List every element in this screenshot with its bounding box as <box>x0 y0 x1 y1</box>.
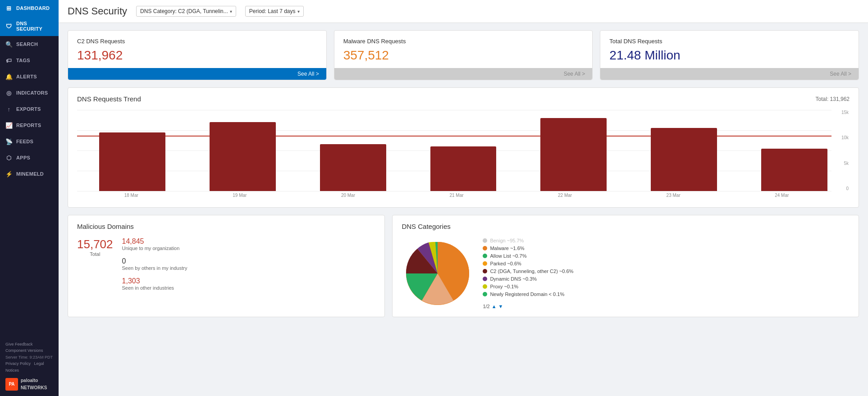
malware-see-all-button[interactable]: See All > <box>334 68 593 80</box>
x-label-4: 22 Mar <box>511 193 619 198</box>
dns-legend: Benign ~95.7% Malware ~1.6% Allow List ~… <box>483 237 573 310</box>
parked-dot <box>483 261 487 266</box>
sidebar-item-tags[interactable]: 🏷 Tags <box>0 52 59 68</box>
bar-2 <box>320 144 386 191</box>
legend-pagination: 1/2 ▲ ▼ <box>483 304 573 309</box>
paloalto-logo-icon: PA <box>5 378 18 391</box>
legend-proxy: Proxy ~0.1% <box>483 284 573 289</box>
page-header: DNS Security DNS Category: C2 (DGA, Tunn… <box>59 0 868 23</box>
sidebar-item-dns-security[interactable]: 🛡 DNS Security <box>0 16 59 36</box>
malware-card-value: 357,512 <box>343 48 584 63</box>
bar-group-0 <box>77 110 187 191</box>
legend-parked: Parked ~0.6% <box>483 261 573 266</box>
sidebar-item-reports[interactable]: 📈 Reports <box>0 117 59 133</box>
sidebar-item-feeds[interactable]: 📡 Feeds <box>0 133 59 150</box>
allowlist-label: Allow List ~0.7% <box>490 253 526 259</box>
privacy-policy-link[interactable]: Privacy Policy <box>5 361 31 366</box>
malicious-details: 14,845 Unique to my organization 0 Seen … <box>122 237 376 297</box>
feeds-icon: 📡 <box>5 138 13 145</box>
malicious-unique-label: Unique to my organization <box>122 246 376 251</box>
chart-area: 15k 10k 5k 0 18 Mar 19 Mar 20 Mar 21 Mar… <box>77 110 850 200</box>
sidebar: ⊞ Dashboard 🛡 DNS Security 🔍 Search 🏷 Ta… <box>0 0 59 396</box>
bar-group-1 <box>187 110 298 191</box>
legend-newly-registered: Newly Registered Domain < 0.1% <box>483 291 573 297</box>
x-label-5: 23 Mar <box>619 193 728 198</box>
period-chevron-icon: ▾ <box>297 9 300 14</box>
dynamic-label: Dynamic DNS ~0.3% <box>490 276 537 282</box>
bar-group-5 <box>629 110 739 191</box>
bar-4 <box>540 118 607 191</box>
indicators-icon: ◎ <box>5 89 13 96</box>
period-dropdown[interactable]: Period: Last 7 days ▾ <box>245 6 304 17</box>
x-label-0: 18 Mar <box>77 193 186 198</box>
c2-requests-card: C2 DNS Requests 131,962 See All > <box>68 30 327 80</box>
pagination-up-arrow[interactable]: ▲ <box>492 304 497 309</box>
stats-row: C2 DNS Requests 131,962 See All > Malwar… <box>68 30 859 80</box>
sidebar-item-search[interactable]: 🔍 Search <box>0 36 59 52</box>
sidebar-item-alerts[interactable]: 🔔 Alerts <box>0 68 59 85</box>
dns-categories-title: DNS Categories <box>402 223 850 230</box>
sidebar-item-indicators[interactable]: ◎ Indicators <box>0 85 59 101</box>
malicious-unique-number: 14,845 <box>122 237 376 246</box>
sidebar-item-exports[interactable]: ↑ Exports <box>0 101 59 117</box>
malicious-zero-row: 0 Seen by others in my industry <box>122 257 376 271</box>
dns-security-icon: 🛡 <box>5 23 13 30</box>
x-label-2: 20 Mar <box>294 193 402 198</box>
total-see-all-button[interactable]: See All > <box>600 68 859 80</box>
c2-dot <box>483 269 487 273</box>
bar-group-6 <box>739 110 850 191</box>
bar-0 <box>99 132 165 191</box>
chart-header: DNS Requests Trend Total: 131,962 <box>77 95 850 103</box>
malicious-other-row: 1,303 Seen in other industries <box>122 277 376 291</box>
legend-c2: C2 (DGA, Tunneling, other C2) ~0.6% <box>483 269 573 274</box>
legend-allowlist: Allow List ~0.7% <box>483 253 573 259</box>
category-chevron-icon: ▾ <box>230 9 232 14</box>
apps-icon: ⬡ <box>5 154 13 161</box>
sidebar-item-dashboard[interactable]: ⊞ Dashboard <box>0 0 59 16</box>
bar-5 <box>651 128 717 191</box>
malware-requests-card: Malware DNS Requests 357,512 See All > <box>334 30 593 80</box>
give-feedback-link[interactable]: Give Feedback <box>5 342 33 346</box>
newly-registered-label: Newly Registered Domain < 0.1% <box>490 291 564 297</box>
total-card-title: Total DNS Requests <box>609 38 850 45</box>
dns-categories-card: DNS Categories <box>392 215 859 317</box>
malicious-total-label: Total <box>77 251 113 257</box>
paloalto-logo-text: paloaltoNETWORKS <box>21 377 47 391</box>
bar-group-3 <box>408 110 519 191</box>
chart-total: Total: 131,962 <box>816 96 850 102</box>
bottom-row: Malicious Domains 15,702 Total 14,845 Un… <box>68 215 859 317</box>
malicious-zero-number: 0 <box>122 257 376 265</box>
total-card-value: 21.48 Million <box>609 48 850 63</box>
c2-see-all-button[interactable]: See All > <box>68 68 326 80</box>
x-label-3: 21 Mar <box>402 193 511 198</box>
malicious-total-number: 15,702 <box>77 237 113 251</box>
sidebar-item-minemeld[interactable]: ⚡ MineMeld <box>0 166 59 182</box>
reports-icon: 📈 <box>5 122 13 129</box>
minemeld-icon: ⚡ <box>5 170 13 178</box>
malicious-other-number: 1,303 <box>122 277 376 285</box>
category-dropdown[interactable]: DNS Category: C2 (DGA, Tunnelin... ▾ <box>136 6 236 17</box>
c2-card-value: 131,962 <box>77 48 317 63</box>
alerts-icon: 🔔 <box>5 73 13 80</box>
malicious-unique-row: 14,845 Unique to my organization <box>122 237 376 251</box>
trend-chart-card: DNS Requests Trend Total: 131,962 <box>68 87 859 208</box>
exports-icon: ↑ <box>5 105 13 113</box>
malicious-domains-content: 15,702 Total 14,845 Unique to my organiz… <box>77 237 375 297</box>
bar-group-4 <box>518 110 629 191</box>
malicious-industry-label: Seen by others in my industry <box>122 265 376 271</box>
total-requests-card: Total DNS Requests 21.48 Million See All… <box>600 30 859 80</box>
benign-dot <box>483 238 487 243</box>
proxy-label: Proxy ~0.1% <box>490 284 518 289</box>
sidebar-item-apps[interactable]: ⬡ Apps <box>0 150 59 166</box>
c2-card-title: C2 DNS Requests <box>77 38 317 45</box>
page-title: DNS Security <box>68 5 127 17</box>
sidebar-footer: Give Feedback Component Versions Server … <box>0 337 59 396</box>
allowlist-dot <box>483 254 487 258</box>
bar-group-2 <box>298 110 408 191</box>
dynamic-dot <box>483 277 487 281</box>
dns-categories-content: Benign ~95.7% Malware ~1.6% Allow List ~… <box>402 237 850 310</box>
tags-icon: 🏷 <box>5 57 13 64</box>
proxy-dot <box>483 284 487 289</box>
pagination-down-arrow[interactable]: ▼ <box>498 304 503 309</box>
component-versions-link[interactable]: Component Versions <box>5 348 43 353</box>
